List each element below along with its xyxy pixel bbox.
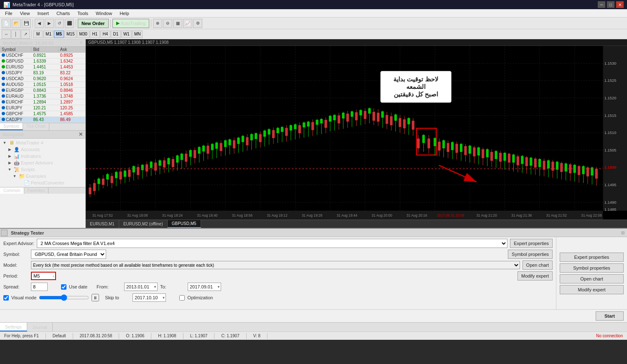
- period-m30[interactable]: M30: [77, 30, 89, 38]
- modify-expert-button[interactable]: Modify expert: [517, 271, 553, 281]
- model-dropdown[interactable]: Every tick (the most precise method base…: [31, 261, 520, 269]
- chart-tab-eurusd-m1[interactable]: EURUSD,M1: [86, 220, 119, 228]
- ea-dropdown[interactable]: 2 MA Crosses Mega filter EA V1.ex4: [37, 239, 507, 248]
- mw-row-usdchf[interactable]: USDCHF 0.8921 0.8925: [0, 53, 85, 58]
- period-w1[interactable]: W1: [121, 30, 132, 38]
- nav-accounts[interactable]: ▶ 👤 Accounts: [0, 146, 85, 153]
- chart-tab-gbpusd-m5[interactable]: GBPUSD,M5: [168, 220, 201, 228]
- nav-scripts[interactable]: ▼ 📜 Scripts: [0, 166, 85, 173]
- symbol-properties-button[interactable]: Symbol properties: [508, 250, 553, 259]
- mw-row-usdcad[interactable]: USDCAD 0.9620 0.9624: [0, 76, 85, 82]
- cursor-tool[interactable]: │: [11, 30, 20, 39]
- menu-view[interactable]: View: [17, 10, 33, 17]
- expert-properties-btn2[interactable]: Expert properties: [560, 253, 624, 262]
- refresh-button[interactable]: ↺: [55, 19, 64, 28]
- optimization-checkbox[interactable]: [179, 295, 185, 301]
- period-m1[interactable]: M1: [43, 30, 54, 38]
- period-h1[interactable]: H1: [90, 30, 100, 38]
- chart-type-button[interactable]: ▦: [173, 19, 182, 28]
- arrow-tool[interactable]: ↗: [21, 30, 30, 39]
- open-chart-button[interactable]: Open chart: [522, 260, 553, 270]
- settings-button[interactable]: ⚙: [193, 19, 202, 28]
- symbol-dropdown[interactable]: GBPUSD, Great Britain Pound vs US Dollar: [31, 250, 106, 259]
- mw-row-eurusd[interactable]: EURUSD 1.4451 1.4453: [0, 64, 85, 70]
- open-chart-btn2[interactable]: Open chart: [560, 274, 624, 283]
- svg-text:1.1490: 1.1490: [604, 200, 617, 205]
- chart-tab-eurusd-m2[interactable]: EURUSD,M2 (offline): [119, 220, 168, 228]
- mw-row-eurchf[interactable]: EURCHF 1.2894 1.2897: [0, 99, 85, 105]
- menu-window[interactable]: Window: [92, 10, 115, 17]
- new-button[interactable]: 📄: [2, 19, 11, 28]
- period-d1[interactable]: D1: [111, 30, 121, 38]
- visual-speed-slider[interactable]: [39, 294, 89, 301]
- save-button[interactable]: 💾: [22, 19, 31, 28]
- symbol-eurjpy: EURJPY: [0, 105, 32, 111]
- mw-row-euraud[interactable]: EURAUD 1.3736 1.3748: [0, 94, 85, 99]
- navigator-close[interactable]: ✕: [79, 131, 83, 137]
- menu-tools[interactable]: Tools: [74, 10, 92, 17]
- indicators-icon: 📊: [14, 153, 20, 159]
- back-button[interactable]: ◀: [35, 19, 44, 28]
- bp-tab-journal[interactable]: Journal: [27, 323, 53, 331]
- tab-symbols[interactable]: Symbols: [0, 123, 23, 130]
- period-h4[interactable]: H4: [100, 30, 110, 38]
- panel-close-button[interactable]: ✕: [1, 230, 8, 236]
- visual-mode-checkbox[interactable]: [3, 295, 9, 301]
- indicators-button[interactable]: 📈: [183, 19, 192, 28]
- stop-button[interactable]: ⬛: [65, 19, 74, 28]
- pause-button[interactable]: ⏸: [92, 294, 99, 301]
- autotrading-button[interactable]: ▶ AutoTrading: [112, 19, 150, 28]
- tab-tick-chart[interactable]: Tick Chart: [23, 123, 49, 130]
- skip-to-input[interactable]: [133, 293, 166, 302]
- line-tool[interactable]: ↔: [2, 30, 11, 39]
- close-button[interactable]: ✕: [616, 1, 624, 8]
- svg-text:31 Aug 21:52: 31 Aug 21:52: [546, 213, 567, 217]
- zoom-out-button[interactable]: ⊖: [163, 19, 172, 28]
- minimize-button[interactable]: ─: [598, 1, 605, 8]
- nav-metatrader4[interactable]: ▼ 🖥 MetaTrader 4: [0, 139, 85, 146]
- new-order-button[interactable]: New Order: [78, 19, 109, 28]
- period-m15[interactable]: M15: [64, 30, 76, 38]
- menu-file[interactable]: File: [2, 10, 16, 17]
- mw-row-usdjpy[interactable]: USDJPY 83.19 83.22: [0, 70, 85, 76]
- nav-tab-favorites[interactable]: Favorites: [24, 187, 48, 194]
- strategy-tester-header: ✕ Strategy Tester ⊟: [0, 229, 627, 237]
- mw-row-eurgbp[interactable]: EURGBP 0.8843 0.8846: [0, 88, 85, 94]
- mw-row-eurjpy[interactable]: EURJPY 120.21 120.25: [0, 105, 85, 111]
- menu-insert[interactable]: Insert: [34, 10, 52, 17]
- zoom-in-button[interactable]: ⊕: [153, 19, 162, 28]
- nav-indicators[interactable]: ▶ 📊 Indicators: [0, 153, 85, 159]
- menu-charts[interactable]: Charts: [53, 10, 73, 17]
- nav-examples[interactable]: ▼ 📁 Examples: [0, 173, 85, 179]
- bp-tab-settings[interactable]: Settings: [0, 323, 27, 331]
- mw-row-audusd[interactable]: AUDUSD 1.0515 1.0518: [0, 82, 85, 88]
- from-date-input[interactable]: [124, 283, 158, 291]
- expert-properties-button[interactable]: Expert properties: [510, 239, 553, 248]
- bid-eurusd: 1.4451: [32, 64, 59, 70]
- maximize-button[interactable]: □: [607, 1, 614, 8]
- svg-rect-73: [194, 150, 196, 158]
- start-button[interactable]: Start: [596, 311, 624, 321]
- to-date-input[interactable]: [188, 283, 221, 291]
- mw-row-gbpchf[interactable]: GBPCHF 1.4575 1.4585: [0, 111, 85, 117]
- period-spinner-up[interactable]: ▲: [52, 274, 55, 278]
- market-watch-close[interactable]: ✕: [79, 40, 83, 46]
- resize-handle[interactable]: ⊟: [621, 230, 624, 235]
- menu-help[interactable]: Help: [116, 10, 133, 17]
- spread-input[interactable]: [31, 283, 48, 291]
- period-mn[interactable]: MN: [132, 30, 143, 38]
- mw-row-gbpusd[interactable]: GBPUSD 1.6339 1.6342: [0, 58, 85, 64]
- use-date-checkbox[interactable]: [61, 284, 66, 290]
- period-m5[interactable]: M5: [54, 30, 64, 38]
- nav-period-converter[interactable]: 📄 PeriodConverter: [0, 179, 85, 186]
- mw-row-cadjpy[interactable]: CADJPY 86.43 86.49: [0, 117, 85, 123]
- nav-expert-advisors[interactable]: ▶ 🤖 Expert Advisors: [0, 159, 85, 166]
- chart-canvas[interactable]: 31 Aug 17:52 31 Aug 18:08 31 Aug 18:24 3…: [86, 46, 627, 220]
- nav-tab-common[interactable]: Common: [0, 187, 24, 194]
- period-m[interactable]: M: [33, 30, 43, 38]
- modify-expert-btn2[interactable]: Modify expert: [560, 285, 624, 294]
- collapse-icon: ▼: [12, 173, 18, 179]
- open-button[interactable]: 📂: [12, 19, 21, 28]
- forward-button[interactable]: ▶: [45, 19, 54, 28]
- symbol-properties-btn2[interactable]: Symbol properties: [560, 263, 624, 273]
